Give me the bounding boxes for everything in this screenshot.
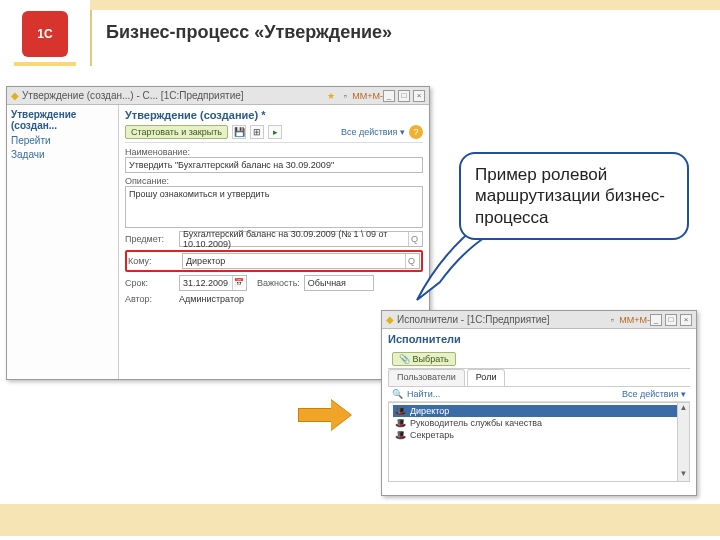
select-bar: 📎 Выбрать <box>388 349 690 369</box>
save-icon[interactable]: 💾 <box>232 125 246 139</box>
calendar-icon[interactable]: 📅 <box>232 276 244 290</box>
label-to: Кому: <box>128 256 182 266</box>
sub-toolbar: 🔍 Найти... Все действия ▾ <box>388 387 690 402</box>
logo: 1С <box>14 8 76 60</box>
label-deadline: Срок: <box>125 278 179 288</box>
role-icon: 🎩 <box>395 406 406 416</box>
to-row-highlight: Кому: ДиректорQ <box>125 250 423 272</box>
importance-field[interactable]: Обычная <box>304 275 374 291</box>
all-actions-link[interactable]: Все действия ▾ <box>622 389 686 399</box>
minimize-button[interactable]: _ <box>383 90 395 102</box>
find-label[interactable]: Найти... <box>407 389 440 399</box>
tab-roles[interactable]: Роли <box>467 369 506 386</box>
m-minus[interactable]: M- <box>640 315 651 325</box>
flowchart-icon[interactable]: ⊞ <box>250 125 264 139</box>
list-item[interactable]: 🎩Директор <box>393 405 685 417</box>
scrollbar[interactable]: ▲ ▼ <box>677 403 689 481</box>
logo-underline <box>14 62 76 66</box>
window-title: Утверждение (создан...) - С... [1С:Предп… <box>22 90 324 101</box>
all-actions-link[interactable]: Все действия ▾ <box>341 127 405 137</box>
approval-window: ◆ Утверждение (создан...) - С... [1С:Пре… <box>6 86 430 380</box>
nav-link-tasks[interactable]: Задачи <box>11 149 114 160</box>
deadline-field[interactable]: 31.12.2009📅 <box>179 275 247 291</box>
callout-text: Пример ролевой маршрутизации бизнес-проц… <box>475 165 665 227</box>
slide-title: Бизнес-процесс «Утверждение» <box>106 22 392 43</box>
logo-text: 1С <box>37 27 52 41</box>
label-subject: Предмет: <box>125 234 179 244</box>
callout: Пример ролевой маршрутизации бизнес-проц… <box>459 152 689 240</box>
favorite-icon[interactable]: ★ <box>324 89 338 103</box>
footer-band <box>0 504 720 536</box>
select-button[interactable]: 📎 Выбрать <box>392 352 456 366</box>
titlebar[interactable]: ◆ Исполнители - [1С:Предприятие] ▫ M M+ … <box>382 311 696 329</box>
nav-title: Утверждение (создан... <box>11 109 114 131</box>
header-band <box>90 0 720 10</box>
tabs: Пользователи Роли <box>388 369 690 387</box>
action-icon[interactable]: ▸ <box>268 125 282 139</box>
description-field[interactable]: Прошу ознакомиться и утвердить <box>125 186 423 228</box>
app-icon: ◆ <box>11 90 19 101</box>
name-field[interactable]: Утвердить "Бухгалтерский баланс на 30.09… <box>125 157 423 173</box>
to-field[interactable]: ДиректорQ <box>182 253 420 269</box>
maximize-button[interactable]: □ <box>398 90 410 102</box>
close-button[interactable]: × <box>680 314 692 326</box>
help-icon[interactable]: ? <box>409 125 423 139</box>
tab-users[interactable]: Пользователи <box>388 369 465 386</box>
nav-link-goto[interactable]: Перейти <box>11 135 114 146</box>
start-and-close-button[interactable]: Стартовать и закрыть <box>125 125 228 139</box>
m-indicator[interactable]: M <box>619 315 627 325</box>
label-name: Наименование: <box>125 147 423 157</box>
label-desc: Описание: <box>125 176 423 186</box>
form-title: Утверждение (создание) * <box>125 109 423 121</box>
subject-field[interactable]: Бухгалтерский баланс на 30.09.2009 (№ 1 … <box>179 231 423 247</box>
m-plus[interactable]: M+ <box>360 91 373 101</box>
performers-heading: Исполнители <box>388 333 690 345</box>
app-icon: ◆ <box>386 314 394 325</box>
m-plus[interactable]: M+ <box>627 315 640 325</box>
close-button[interactable]: × <box>413 90 425 102</box>
role-icon: 🎩 <box>395 418 406 428</box>
logo-box: 1С <box>22 11 68 57</box>
find-icon[interactable]: 🔍 <box>392 389 403 399</box>
nav-panel: Утверждение (создан... Перейти Задачи <box>7 105 119 379</box>
list-item[interactable]: 🎩Секретарь <box>393 429 685 441</box>
label-author: Автор: <box>125 294 179 304</box>
maximize-button[interactable]: □ <box>665 314 677 326</box>
arrow-icon <box>298 400 352 430</box>
form-toolbar: Стартовать и закрыть 💾 ⊞ ▸ Все действия … <box>125 125 423 143</box>
m-minus[interactable]: M- <box>373 91 384 101</box>
toolbar-icon[interactable]: ▫ <box>605 313 619 327</box>
header-sep <box>90 10 92 66</box>
window-title: Исполнители - [1С:Предприятие] <box>397 314 605 325</box>
list-item[interactable]: 🎩Руководитель службы качества <box>393 417 685 429</box>
performers-window: ◆ Исполнители - [1С:Предприятие] ▫ M M+ … <box>381 310 697 496</box>
author-value: Администратор <box>179 294 244 304</box>
titlebar[interactable]: ◆ Утверждение (создан...) - С... [1С:Пре… <box>7 87 429 105</box>
minimize-button[interactable]: _ <box>650 314 662 326</box>
label-importance: Важность: <box>257 278 300 288</box>
roles-list: 🎩Директор 🎩Руководитель службы качества … <box>388 402 690 482</box>
toolbar-icon[interactable]: ▫ <box>338 89 352 103</box>
m-indicator[interactable]: M <box>352 91 360 101</box>
role-icon: 🎩 <box>395 430 406 440</box>
